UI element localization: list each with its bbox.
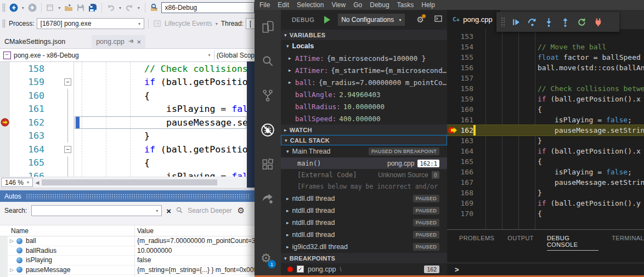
lifecycle-events-dropdown[interactable]: ▾ bbox=[214, 21, 219, 26]
menu-selection[interactable]: Selection bbox=[293, 1, 327, 9]
expander-icon[interactable]: ▸ bbox=[286, 208, 289, 213]
open-debug-console-icon[interactable] bbox=[434, 14, 443, 25]
variable-ballRadius[interactable]: ballRadius:10.0000000 bbox=[281, 100, 447, 112]
vscode-code-editor[interactable]: 153154// Move the ball155float factor = … bbox=[447, 29, 644, 229]
undo-dropdown[interactable]: ▾ bbox=[118, 5, 122, 10]
current-statement-breakpoint-icon[interactable] bbox=[0, 116, 10, 129]
thread-row[interactable]: ▸ntdll.dll threadPAUSED bbox=[281, 205, 447, 217]
scroll-left-button[interactable]: ◀ bbox=[33, 180, 42, 185]
expander-icon[interactable]: ▷ bbox=[10, 238, 16, 244]
autos-row-ballRadius[interactable]: ▷ballRadius10.0000000 bbox=[0, 246, 255, 256]
scrollbar-thumb[interactable] bbox=[42, 179, 217, 185]
redo-dropdown[interactable]: ▾ bbox=[137, 5, 141, 10]
panel-tab-debug-console[interactable]: DEBUG CONSOLE bbox=[547, 235, 598, 251]
variable-AITime[interactable]: ▸AITime:{m_microseconds=100000 } bbox=[281, 52, 447, 64]
scope-combo[interactable]: (Global Scop bbox=[217, 52, 255, 59]
autos-row-pauseMessage[interactable]: ▷pauseMessage{m_string={m_string={...} }… bbox=[0, 265, 255, 275]
section-call-stack[interactable]: ▾CALL STACK bbox=[281, 135, 447, 145]
variable-ballAngle[interactable]: ballAngle:2.94960403 bbox=[281, 88, 447, 100]
share-feedback-icon[interactable] bbox=[261, 191, 275, 205]
tab-pong-cpp[interactable]: pong.cpp × bbox=[92, 35, 145, 48]
section-watch[interactable]: ▸WATCH bbox=[281, 125, 447, 135]
thread-row[interactable]: ▸ig9icd32.dll threadPAUSED bbox=[281, 241, 447, 253]
step-out-button[interactable] bbox=[557, 14, 573, 30]
expander-icon[interactable]: ▸ bbox=[286, 244, 289, 250]
thread-combo[interactable]: [13 bbox=[246, 18, 255, 29]
variable-ballSpeed[interactable]: ballSpeed:400.000000 bbox=[281, 112, 447, 125]
navigate-back-button[interactable] bbox=[9, 3, 19, 13]
pin-icon[interactable] bbox=[128, 39, 134, 45]
toolbar-grip[interactable] bbox=[2, 19, 5, 28]
process-combo[interactable]: [16780] pong.exe▾ bbox=[37, 18, 145, 29]
solution-config-combo[interactable]: x86-Debug bbox=[161, 2, 255, 13]
save-all-button[interactable] bbox=[88, 3, 98, 13]
step-into-button[interactable] bbox=[540, 14, 557, 30]
variable-ball[interactable]: ▸ball:{m_radius=7.00000000 m_pointCo… bbox=[281, 76, 447, 88]
disconnect-button[interactable] bbox=[590, 14, 606, 30]
search-input[interactable]: ▾ bbox=[31, 205, 162, 216]
debug-config-combo[interactable]: No Configurations▾ bbox=[338, 14, 404, 26]
column-value[interactable]: Value bbox=[134, 227, 154, 235]
find-in-files-icon[interactable] bbox=[149, 3, 159, 13]
save-button[interactable] bbox=[76, 3, 86, 13]
stack-frame[interactable]: [External Code]Unknown Source0 bbox=[281, 169, 447, 180]
menu-tasks[interactable]: Tasks bbox=[393, 1, 418, 9]
project-combo-dropdown[interactable]: ▾ bbox=[207, 53, 212, 58]
extensions-icon[interactable] bbox=[261, 157, 275, 172]
tab-pong-cpp[interactable]: C+ pong.cpp bbox=[447, 10, 500, 29]
menu-debug[interactable]: Debug bbox=[366, 1, 393, 9]
explorer-icon[interactable] bbox=[261, 20, 275, 34]
undo-button[interactable] bbox=[106, 3, 116, 13]
breakpoint-entry[interactable]: ✓ pong.cpp \ 162 bbox=[281, 263, 447, 275]
source-control-icon[interactable] bbox=[261, 88, 275, 103]
variable-AITimer[interactable]: ▸AITimer:{m_startTime={m_microsecond… bbox=[281, 64, 447, 76]
column-divider[interactable] bbox=[134, 225, 135, 277]
column-name[interactable]: Name bbox=[0, 227, 134, 235]
thread-row[interactable]: ▸ntdll.dll threadPAUSED bbox=[281, 193, 447, 205]
menu-go[interactable]: Go bbox=[349, 1, 366, 9]
menu-edit[interactable]: Edit bbox=[274, 1, 293, 9]
expander-icon[interactable]: ▸ bbox=[289, 67, 295, 73]
vs-code-editor[interactable]: 158// Check collisions159−if (ball.getPo… bbox=[0, 61, 247, 177]
menu-file[interactable]: File bbox=[256, 1, 274, 9]
thread-row[interactable]: ▸ntdll.dll threadPAUSED bbox=[281, 217, 447, 229]
start-debug-button[interactable] bbox=[324, 16, 330, 24]
section-breakpoints[interactable]: ▾BREAKPOINTS bbox=[281, 253, 447, 263]
navigate-forward-button[interactable] bbox=[27, 3, 37, 13]
expander-icon[interactable]: ▷ bbox=[10, 267, 16, 273]
expander-icon[interactable]: ▸ bbox=[289, 55, 295, 61]
debug-toolbar-grip[interactable] bbox=[501, 17, 505, 27]
close-icon[interactable]: × bbox=[137, 38, 142, 46]
restart-button[interactable] bbox=[573, 14, 590, 30]
autos-settings-gear-icon[interactable]: ⚙ bbox=[238, 206, 245, 216]
new-project-icon[interactable] bbox=[45, 3, 55, 13]
fold-collapse-icon[interactable]: − bbox=[64, 146, 71, 153]
search-deeper-button[interactable]: Search Deeper bbox=[188, 207, 232, 214]
stack-frame[interactable]: main()pong.cpp162:1 bbox=[281, 157, 447, 169]
panel-tab-output[interactable]: OUTPUT bbox=[507, 235, 534, 251]
expander-icon[interactable]: ▸ bbox=[286, 220, 289, 225]
menu-help[interactable]: Help bbox=[417, 1, 439, 9]
redo-button[interactable] bbox=[125, 3, 134, 13]
editor-zoom-combo[interactable]: 146 %▾ bbox=[1, 178, 33, 187]
configure-gear-icon[interactable]: ⚙ bbox=[417, 15, 424, 25]
section-variables[interactable]: ▾VARIABLES bbox=[281, 30, 447, 40]
search-icon[interactable] bbox=[261, 54, 275, 68]
thread-row[interactable]: ▸ntdll.dll threadPAUSED bbox=[281, 229, 447, 241]
autos-title-bar[interactable]: Autos bbox=[0, 190, 255, 202]
autos-row-isPlaying[interactable]: ▷isPlayingfalse bbox=[0, 256, 255, 265]
debug-icon[interactable] bbox=[261, 123, 275, 137]
expander-icon[interactable]: ▸ bbox=[289, 80, 295, 85]
expander-icon[interactable]: ▸ bbox=[286, 196, 289, 201]
current-statement-breakpoint-icon[interactable] bbox=[447, 125, 457, 135]
fold-collapse-icon[interactable]: − bbox=[64, 78, 71, 86]
debug-console-input[interactable]: > bbox=[447, 263, 644, 276]
continue-button[interactable] bbox=[507, 14, 524, 30]
step-over-button[interactable] bbox=[524, 14, 540, 30]
tab-cmakesettings[interactable]: CMakeSettings.json bbox=[0, 35, 70, 48]
panel-tab-terminal[interactable]: TERMINAL bbox=[612, 235, 644, 251]
toolbar-grip[interactable] bbox=[2, 3, 5, 12]
panel-tab-problems[interactable]: PROBLEMS bbox=[459, 235, 494, 251]
breakpoint-checkbox[interactable]: ✓ bbox=[297, 265, 304, 273]
navigate-back-dropdown[interactable]: ▾ bbox=[21, 5, 25, 10]
